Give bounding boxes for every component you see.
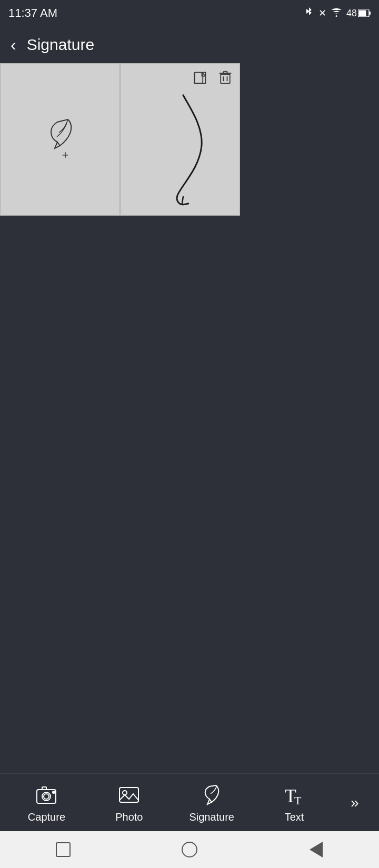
- plus-icon: +: [62, 148, 69, 162]
- status-bar: 11:37 AM ✕ 48: [0, 0, 379, 26]
- battery-level: 48: [346, 8, 357, 19]
- page-title: Signature: [27, 36, 94, 54]
- photo-label: Photo: [115, 811, 143, 823]
- svg-rect-17: [119, 788, 138, 802]
- wifi-icon: [331, 7, 342, 19]
- main-content: [0, 216, 379, 773]
- existing-signature-cell[interactable]: [120, 63, 240, 216]
- add-signature-icon: +: [44, 117, 76, 162]
- svg-rect-15: [42, 787, 46, 790]
- add-signature-cell[interactable]: +: [0, 63, 120, 216]
- system-nav: [0, 831, 379, 868]
- delete-signature-button[interactable]: [215, 68, 235, 88]
- signal-x-icon: ✕: [318, 7, 326, 19]
- svg-point-0: [335, 15, 337, 17]
- more-button[interactable]: »: [351, 794, 359, 811]
- svg-text:T: T: [294, 794, 302, 806]
- status-time: 11:37 AM: [8, 6, 57, 20]
- text-label: Text: [285, 811, 304, 823]
- status-icons: ✕ 48: [304, 6, 371, 21]
- signature-nav-icon: [198, 782, 225, 808]
- back-nav-icon: [310, 842, 323, 857]
- nav-photo[interactable]: Photo: [103, 782, 155, 823]
- camera-icon: [33, 782, 59, 808]
- back-nav-button[interactable]: [305, 839, 326, 860]
- signature-nav-label: Signature: [189, 811, 234, 823]
- bottom-nav: Capture Photo Signature T: [0, 773, 379, 831]
- text-icon: T T: [281, 782, 307, 808]
- capture-label: Capture: [28, 811, 65, 823]
- header: ‹ Signature: [0, 26, 379, 63]
- svg-point-16: [53, 791, 55, 793]
- nav-text[interactable]: T T Text: [268, 782, 321, 823]
- svg-rect-5: [221, 74, 230, 84]
- home-button[interactable]: [179, 839, 200, 860]
- nav-capture[interactable]: Capture: [20, 782, 73, 823]
- battery-icon: 48: [346, 8, 371, 19]
- svg-rect-3: [359, 11, 366, 16]
- back-button[interactable]: ‹: [11, 36, 16, 53]
- svg-rect-2: [369, 12, 371, 15]
- home-icon: [182, 842, 197, 857]
- bluetooth-icon: [304, 6, 314, 21]
- signature-grid: +: [0, 63, 379, 216]
- recent-apps-button[interactable]: [53, 839, 74, 860]
- export-signature-button[interactable]: [190, 68, 210, 88]
- photo-icon: [116, 782, 142, 808]
- signature-actions: [190, 68, 235, 88]
- recent-apps-icon: [56, 842, 71, 857]
- nav-signature[interactable]: Signature: [185, 782, 238, 823]
- svg-point-14: [44, 794, 49, 799]
